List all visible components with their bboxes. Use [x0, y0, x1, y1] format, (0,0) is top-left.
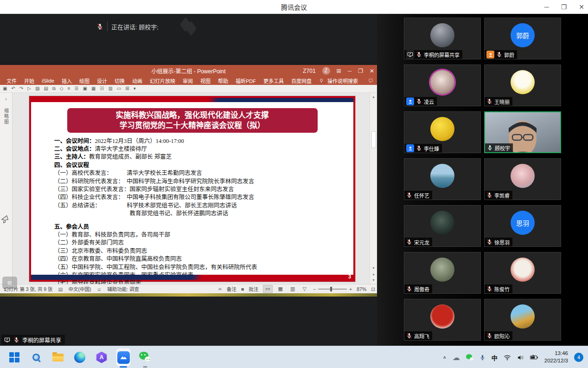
tray-overflow-chevron-icon[interactable]: ∧ — [443, 355, 447, 360]
next-slide-icon[interactable]: ▾ — [372, 278, 374, 282]
scroll-up-icon[interactable]: ▴ — [372, 95, 374, 99]
start-button[interactable] — [7, 349, 21, 365]
paste-icon[interactable]: ▤ — [44, 86, 48, 91]
more-commands-icon[interactable]: ▾ — [134, 86, 136, 91]
ppt-account-avatar[interactable]: Z — [322, 67, 330, 75]
participant-tile[interactable]: 高翔飞 — [404, 299, 481, 341]
screenshot-icon[interactable]: ▦ — [91, 86, 96, 91]
ime-language-indicator[interactable]: 中 — [492, 353, 498, 362]
ppt-menu-draw[interactable]: 绘图 — [76, 77, 93, 84]
zoom-out-icon[interactable]: − — [313, 286, 316, 292]
previous-slide-icon[interactable]: ▴ — [372, 272, 374, 276]
align-left-icon[interactable]: ≡ — [68, 86, 70, 91]
participant-tile[interactable]: 任怀艺 — [404, 158, 481, 200]
window-restore-button[interactable]: ❐ — [561, 3, 567, 11]
ppt-menu-file[interactable]: 文件 — [3, 77, 20, 84]
save-icon[interactable]: ▣ — [3, 86, 7, 91]
ppt-menu-help[interactable]: 帮助 — [214, 77, 232, 84]
volume-icon[interactable] — [517, 355, 524, 361]
zoom-in-icon[interactable]: + — [349, 286, 352, 292]
shapes-icon[interactable]: ◇ — [60, 86, 64, 91]
ppt-comments-icon[interactable]: 🗩 — [368, 78, 373, 84]
ppt-menu-more-tools[interactable]: 更多工具 — [260, 77, 288, 84]
layout-icon[interactable]: ⊞ — [125, 86, 129, 91]
scroll-down-icon[interactable]: ▾ — [372, 266, 374, 270]
ppt-menu-home[interactable]: 开始 — [20, 77, 38, 84]
bullets-icon[interactable]: ☷ — [100, 86, 104, 91]
file-explorer-button[interactable] — [51, 349, 65, 365]
expand-pane-icon[interactable]: › — [0, 97, 12, 102]
participant-name-chip: 徐思羽 — [485, 238, 512, 246]
slideshow-view-icon[interactable]: ▽ — [300, 285, 308, 292]
zoom-slider[interactable]: − + — [313, 286, 352, 292]
notes-button[interactable]: 备注 — [227, 285, 236, 292]
annotation-tools-button[interactable]: ≣ — [2, 277, 17, 289]
wechat-taskbar-button[interactable] — [138, 349, 152, 365]
reading-view-icon[interactable]: ▥ — [288, 285, 297, 292]
microphone-tray-icon[interactable] — [479, 354, 486, 361]
ppt-menu-foxit-pdf[interactable]: 福昕PDF — [232, 77, 260, 84]
slide-canvas[interactable]: 实施科教兴国战略，强化现代化建设人才支撑 学习贯彻党的二十大精神座谈会议程（拟）… — [29, 96, 355, 282]
copy-icon[interactable]: ⧉ — [52, 86, 56, 91]
ppt-vertical-scrollbar[interactable]: ▴ ▾ ▴ ▾ — [370, 93, 377, 284]
language-label[interactable]: 中文(中国) — [69, 285, 91, 292]
app-launcher-button[interactable]: A — [95, 349, 109, 365]
search-button[interactable] — [29, 349, 43, 365]
participant-tile[interactable]: 李凯睿 — [484, 158, 561, 200]
taskbar-clock[interactable]: 13:46 2022/12/3 — [544, 350, 568, 364]
comments-button[interactable]: 批注 — [249, 285, 258, 292]
wechat-tray-icon[interactable] — [466, 354, 473, 361]
ppt-menu-tell-me[interactable]: 操作说明搜索 — [324, 77, 362, 84]
ppt-menu-transitions[interactable]: 切换 — [111, 77, 128, 84]
ppt-menu-insert[interactable]: 插入 — [58, 77, 76, 84]
fit-to-window-icon[interactable]: ⊡ — [371, 286, 375, 292]
picture-icon[interactable]: ▣ — [83, 86, 87, 91]
ppt-restore-button[interactable]: ❐ — [358, 68, 363, 74]
ppt-minimize-button[interactable]: ─ — [348, 68, 352, 74]
participant-tile-speaking[interactable]: 顾校宇 — [484, 111, 561, 153]
ppt-menu-design[interactable]: 设计 — [93, 77, 111, 84]
ppt-close-button[interactable]: ✕ — [370, 68, 374, 74]
ppt-menu-slideshow[interactable]: 幻灯片放映 — [146, 77, 179, 84]
scrollbar-thumb[interactable] — [371, 131, 376, 148]
align-center-icon[interactable]: ☰ — [75, 86, 79, 91]
normal-view-icon[interactable]: ▭ — [263, 285, 272, 293]
thumbnail-pane-label: 缩略图 — [3, 108, 10, 125]
redo-icon[interactable]: ↷ — [19, 86, 23, 91]
notification-count-badge[interactable]: 4 — [574, 353, 583, 362]
ppt-menu-animations[interactable]: 动画 — [128, 77, 146, 84]
accessibility-label[interactable]: 辅助功能: 调查 — [107, 285, 139, 292]
chart-icon[interactable]: ▥ — [108, 86, 112, 91]
participant-tile[interactable]: 宋元龙 — [404, 205, 481, 247]
edge-browser-button[interactable] — [73, 349, 87, 365]
slide-sorter-view-icon[interactable]: ▦ — [276, 285, 285, 292]
ppt-thumbnail-pane-collapsed[interactable]: › 缩略图 — [0, 93, 13, 284]
wifi-icon[interactable] — [504, 355, 511, 361]
participant-tile[interactable]: 周傲奇 — [404, 252, 481, 294]
participant-tile[interactable]: 李仕臻 — [404, 111, 481, 153]
battery-icon[interactable] — [530, 355, 538, 360]
participant-tile[interactable]: 欧阳沁 — [484, 299, 561, 341]
participant-tile[interactable]: 王晓丽 — [484, 65, 561, 106]
window-minimize-button[interactable]: ─ — [544, 3, 549, 11]
participant-tile[interactable]: 凌云 — [404, 65, 481, 106]
participant-tile[interactable]: 思羽 徐思羽 — [484, 205, 561, 247]
zoom-slider-thumb[interactable] — [330, 287, 332, 291]
participant-tile[interactable]: 李桐的屏幕共享 — [404, 18, 481, 59]
undo-icon[interactable]: ↶ — [11, 86, 15, 91]
ppt-menu-view[interactable]: 视图 — [197, 77, 214, 84]
participant-tile[interactable]: 郭蔚 郭蔚 — [484, 18, 561, 59]
ppt-ribbon-options-button[interactable]: ⊞ — [337, 68, 341, 74]
window-close-button[interactable]: ✕ — [579, 3, 584, 11]
spellcheck-icon[interactable]: ▤ — [58, 286, 63, 292]
ppt-menu-baidu-netdisk[interactable]: 百度网盘 — [288, 77, 315, 84]
ppt-menu-islide[interactable]: iSlide — [38, 78, 58, 84]
start-slideshow-icon[interactable]: ▷ — [27, 86, 31, 91]
zoom-percentage[interactable]: 87% — [357, 286, 366, 292]
participant-tile[interactable]: 陈俊竹 — [484, 252, 561, 294]
tencent-meeting-taskbar-button[interactable] — [116, 349, 130, 365]
ppt-menu-review[interactable]: 审阅 — [179, 77, 197, 84]
cloud-sync-tray-icon[interactable]: ☁ — [453, 353, 460, 362]
textbox-icon[interactable]: ▭ — [117, 86, 121, 91]
format-painter-icon[interactable]: ▨ — [35, 86, 39, 91]
